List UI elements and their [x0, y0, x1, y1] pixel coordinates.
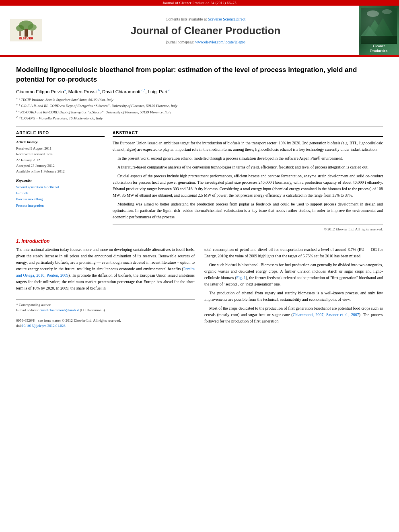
- affiliation-d: d ᵈ CRA-ING – Via della Pascolare, 16 Mo…: [16, 115, 383, 121]
- journal-header: ELSEVIER Contents lists available at Sci…: [0, 6, 399, 56]
- authors-line: Giacomo Filippo Porzioa, Matteo Prussi b…: [16, 88, 383, 94]
- intro-right-para-3: The production of ethanol from sugary an…: [204, 290, 383, 303]
- abstract-column: Abstract The European Union issued an am…: [113, 131, 383, 231]
- doi-line: doi:10.1016/j.jclepro.2012.01.028: [16, 323, 195, 329]
- introduction-heading: 1. Introduction: [16, 238, 383, 244]
- affiliation-a: a ᵃ TECIP Institute, Scuola Superiore Sa…: [16, 97, 383, 103]
- email-label: E-mail address:: [16, 308, 39, 312]
- email-line: E-mail address: david.chiaramonti@unifi.…: [16, 308, 195, 313]
- intro-right-para-4: Most of the crops dedicated to the produ…: [204, 305, 383, 325]
- revised-date: Received in revised form22 January 2012: [16, 151, 105, 163]
- abstract-text: The European Union issued an ambitious t…: [113, 140, 383, 220]
- received-date: Received 9 August 2011: [16, 146, 105, 151]
- corresponding-author-note: * Corresponding author.: [16, 302, 195, 308]
- journal-title-area: Contents lists available at SciVerse Sci…: [52, 6, 359, 55]
- keywords-title: Keywords:: [16, 179, 105, 183]
- svg-rect-2: [25, 29, 28, 37]
- keyword-3: Process modelling: [16, 196, 105, 202]
- bottom-info: 0959-6526/$ – see front matter © 2012 El…: [16, 318, 195, 329]
- introduction-columns: The international attention today focuse…: [16, 246, 383, 329]
- article-info-column: Article Info Article history: Received 9…: [16, 131, 105, 231]
- section-title: Introduction: [21, 238, 49, 244]
- intro-right-para-1: total consumption of petrol and diesel o…: [204, 246, 383, 259]
- intro-right-col: total consumption of petrol and diesel o…: [204, 246, 383, 329]
- keywords-block: Keywords: Second generation bioethanol B…: [16, 179, 105, 209]
- available-date: Available online 1 February 2012: [16, 168, 105, 174]
- journal-title: Journal of Cleaner Production: [131, 25, 281, 37]
- paper-body: Modelling lignocellulosic bioethanol fro…: [0, 57, 399, 337]
- corresponding-label: * Corresponding author.: [16, 303, 51, 307]
- ref-chiaramonti[interactable]: Chiaramonti, 2007; Sassner et al., 2007: [293, 312, 359, 317]
- paper-title: Modelling lignocellulosic bioethanol fro…: [16, 65, 383, 84]
- journal-citation-text: Journal of Cleaner Production 34 (2012) …: [162, 1, 237, 5]
- intro-right-text: total consumption of petrol and diesel o…: [204, 246, 383, 325]
- footnote-area: * Corresponding author. E-mail address: …: [16, 300, 195, 313]
- intro-left-text: The international attention today focuse…: [16, 246, 195, 292]
- svg-rect-5: [19, 31, 21, 36]
- keyword-4: Process integration: [16, 203, 105, 209]
- section-divider: [16, 126, 383, 127]
- cleaner-production-label: Cleaner Production: [370, 44, 388, 53]
- journal-citation-bar: Journal of Cleaner Production 34 (2012) …: [0, 0, 399, 6]
- introduction-section: 1. Introduction The international attent…: [16, 238, 383, 329]
- svg-rect-6: [31, 31, 33, 35]
- abstract-para-1: The European Union issued an ambitious t…: [113, 140, 383, 153]
- keyword-2: Biofuels: [16, 190, 105, 196]
- intro-para-1: The international attention today focuse…: [16, 246, 195, 292]
- article-history-title: Article history:: [16, 140, 105, 144]
- intro-right-para-2: One such biofuel is bioethanol. Biomasse…: [204, 262, 383, 288]
- abstract-para-5: Modelling was aimed to better understand…: [113, 201, 383, 220]
- issn-line: 0959-6526/$ – see front matter © 2012 El…: [16, 318, 195, 324]
- svg-text:ELSEVIER: ELSEVIER: [19, 37, 33, 40]
- abstract-para-3: A literature-based comparative analysis …: [113, 164, 383, 170]
- affiliation-b: b ᵇ C.R.E.A.R. and RE-CORD c/o Dept.of E…: [16, 103, 383, 109]
- homepage-url[interactable]: www.elsevier.com/locate/jclepro: [195, 40, 245, 44]
- affiliations: a ᵃ TECIP Institute, Scuola Superiore Sa…: [16, 97, 383, 121]
- ref-pereira[interactable]: Pereira and Ortega, 2010; Ponton, 2009: [16, 267, 195, 277]
- abstract-para-2: In the present work, second generation e…: [113, 155, 383, 162]
- article-info-section-label: Article Info: [16, 131, 105, 137]
- contents-available-label: Contents lists available at: [166, 17, 207, 21]
- abstract-para-4: Crucial aspects of the process include h…: [113, 173, 383, 199]
- homepage-label: journal homepage:: [166, 40, 194, 44]
- email-note: (D. Chiaramonti).: [80, 308, 106, 312]
- elsevier-logo: ELSEVIER: [0, 6, 52, 55]
- section-number: 1.: [16, 238, 20, 244]
- sciverse-link[interactable]: SciVerse ScienceDirect: [208, 17, 246, 21]
- intro-left-col: The international attention today focuse…: [16, 246, 195, 329]
- svg-point-3: [16, 25, 24, 31]
- affiliation-c: c ᶜ RE-CORD and RE-CORD Dept.of Energeti…: [16, 109, 383, 115]
- journal-homepage: journal homepage: www.elsevier.com/locat…: [166, 40, 245, 44]
- accepted-date: Accepted 23 January 2012: [16, 163, 105, 168]
- elsevier-tree-icon: ELSEVIER: [10, 19, 42, 41]
- article-history: Article history: Received 9 August 2011 …: [16, 140, 105, 175]
- cleaner-production-cover: Cleaner Production: [359, 6, 399, 55]
- keyword-1: Second generation bioethanol: [16, 184, 105, 190]
- email-link[interactable]: david.chiaramonti@unifi.it: [39, 308, 79, 312]
- doi-link[interactable]: 10.1016/j.jclepro.2012.01.028: [22, 324, 66, 328]
- info-abstract-columns: Article Info Article history: Received 9…: [16, 131, 383, 231]
- ref-fig1[interactable]: Fig. 1: [237, 275, 246, 280]
- copyright-line: © 2012 Elsevier Ltd. All rights reserved…: [113, 224, 383, 231]
- svg-point-4: [28, 24, 37, 31]
- abstract-section-label: Abstract: [113, 131, 383, 137]
- sciverse-text: Contents lists available at SciVerse Sci…: [166, 17, 246, 21]
